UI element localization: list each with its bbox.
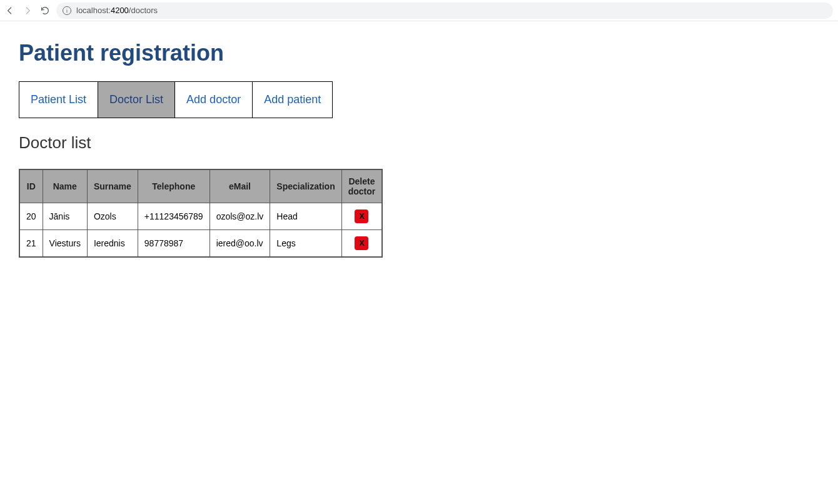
page-content: Patient registration Patient List Doctor… — [0, 21, 838, 258]
tab-add-doctor[interactable]: Add doctor — [175, 82, 253, 118]
browser-toolbar: i localhost:4200/doctors — [0, 0, 838, 21]
col-email: eMail — [210, 169, 270, 203]
tab-add-patient[interactable]: Add patient — [253, 82, 332, 118]
tab-doctor-list[interactable]: Doctor List — [98, 82, 175, 118]
cell-email: iered@oo.lv — [210, 230, 270, 258]
cell-name: Viesturs — [43, 230, 87, 258]
col-id: ID — [19, 169, 43, 203]
cell-surname: Ierednis — [87, 230, 138, 258]
section-title: Doctor list — [19, 133, 838, 153]
col-name: Name — [43, 169, 87, 203]
doctor-table: ID Name Surname Telephone eMail Speciali… — [19, 169, 383, 258]
cell-delete: X — [341, 203, 382, 230]
delete-button[interactable]: X — [355, 209, 368, 223]
table-header-row: ID Name Surname Telephone eMail Speciali… — [19, 169, 382, 203]
table-row: 21 Viesturs Ierednis 98778987 iered@oo.l… — [19, 230, 382, 258]
table-row: 20 Jānis Ozols +11123456789 ozols@oz.lv … — [19, 203, 382, 230]
cell-id: 21 — [19, 230, 43, 258]
cell-delete: X — [341, 230, 382, 258]
tab-patient-list[interactable]: Patient List — [19, 82, 98, 118]
url-text: localhost:4200/doctors — [76, 6, 158, 15]
site-info-icon[interactable]: i — [63, 6, 71, 15]
back-icon[interactable] — [5, 6, 15, 16]
delete-button[interactable]: X — [355, 236, 368, 250]
col-surname: Surname — [87, 169, 138, 203]
cell-name: Jānis — [43, 203, 87, 230]
url-bar[interactable]: i localhost:4200/doctors — [56, 3, 833, 19]
col-delete: Delete doctor — [341, 169, 382, 203]
cell-telephone: 98778987 — [138, 230, 210, 258]
cell-surname: Ozols — [87, 203, 138, 230]
col-telephone: Telephone — [138, 169, 210, 203]
nav-tabs: Patient List Doctor List Add doctor Add … — [19, 81, 333, 118]
forward-icon — [23, 6, 33, 16]
reload-icon[interactable] — [40, 6, 50, 16]
cell-specialization: Legs — [270, 230, 341, 258]
cell-telephone: +11123456789 — [138, 203, 210, 230]
cell-specialization: Head — [270, 203, 341, 230]
page-title: Patient registration — [19, 40, 838, 66]
cell-email: ozols@oz.lv — [210, 203, 270, 230]
cell-id: 20 — [19, 203, 43, 230]
col-specialization: Specialization — [270, 169, 341, 203]
